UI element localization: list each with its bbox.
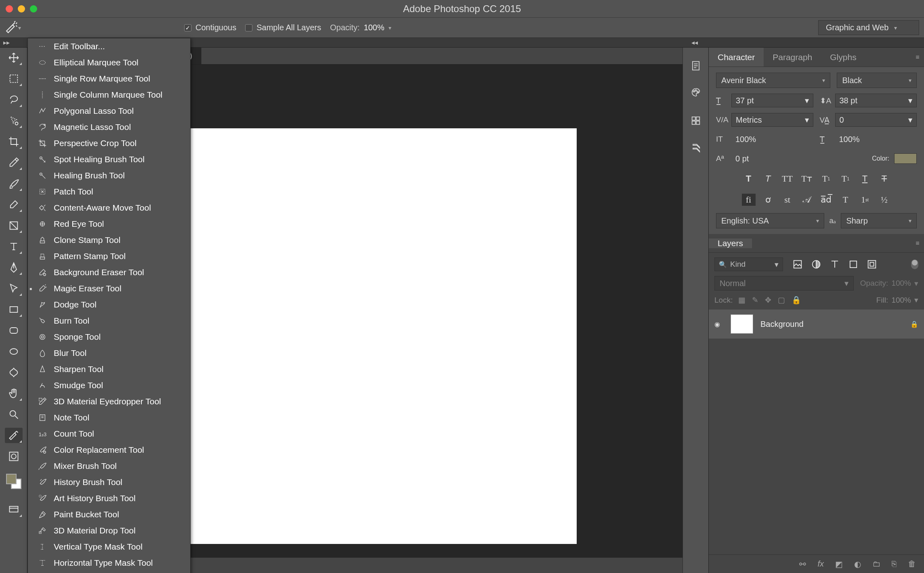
eyedropper-tool[interactable]	[5, 155, 23, 170]
strikethrough-button[interactable]: T	[878, 173, 891, 185]
path-selection-tool[interactable]	[5, 281, 23, 296]
flyout-item[interactable]: Note Tool	[28, 410, 190, 426]
eraser-tool[interactable]	[5, 197, 23, 212]
tab-glyphs[interactable]: Glyphs	[821, 48, 865, 67]
ellipse-tool[interactable]	[5, 344, 23, 359]
vertical-scale-field[interactable]: IT100%	[716, 132, 813, 146]
kerning-field[interactable]: V/AMetrics▾	[716, 113, 813, 127]
quick-mask-tool[interactable]	[5, 449, 23, 464]
marquee-tool[interactable]	[5, 71, 23, 86]
text-color-swatch[interactable]	[894, 153, 917, 164]
blend-mode-select[interactable]: Normal▾	[714, 276, 854, 291]
ordinals-button[interactable]: 1st	[858, 194, 872, 206]
flyout-item[interactable]: Perspective Crop Tool	[28, 135, 190, 151]
link-layers-icon[interactable]: ⚯	[799, 559, 806, 569]
type-tool[interactable]	[5, 239, 23, 254]
flyout-item[interactable]: Smudge Tool	[28, 377, 190, 393]
layer-group-icon[interactable]: 🗀	[872, 559, 880, 569]
flyout-item[interactable]: 3D Material Eyedropper Tool	[28, 393, 190, 410]
layer-locked-icon[interactable]: 🔒	[910, 320, 918, 328]
language-select[interactable]: English: USA▾	[716, 213, 824, 228]
titling-alt-button[interactable]: T	[839, 194, 853, 206]
history-panel-icon[interactable]	[689, 59, 703, 73]
antialiasing-select[interactable]: Sharp▾	[841, 213, 917, 228]
fractions-button[interactable]: ½	[878, 194, 891, 206]
document-canvas[interactable]	[181, 128, 577, 544]
filter-type-icon[interactable]	[829, 259, 840, 270]
flyout-item[interactable]: Magnetic Lasso Tool	[28, 119, 190, 135]
horizontal-scale-field[interactable]: T̲100%	[820, 132, 917, 146]
tab-character[interactable]: Character	[709, 48, 764, 67]
layer-item[interactable]: ◉ Background 🔒	[709, 310, 924, 339]
screen-mode-tool[interactable]	[5, 502, 23, 517]
stylistic-alt-button[interactable]: a̅d̅	[819, 194, 833, 206]
layers-panel-menu-icon[interactable]: ≡	[911, 240, 924, 247]
new-layer-icon[interactable]: ⎘	[892, 559, 897, 569]
flyout-item[interactable]: Polygon Tool	[28, 571, 190, 573]
underline-button[interactable]: T	[858, 173, 872, 185]
flyout-item[interactable]: History Brush Tool	[28, 474, 190, 490]
layer-thumbnail[interactable]	[731, 314, 753, 334]
hand-tool[interactable]	[5, 386, 23, 401]
minimize-window[interactable]	[18, 5, 25, 13]
edit-toolbar-tool[interactable]	[5, 428, 23, 443]
flyout-item[interactable]: Single Column Marquee Tool	[28, 87, 190, 103]
layer-visibility-icon[interactable]: ◉	[714, 320, 723, 328]
workspace-switcher[interactable]: Graphic and Web ▾	[818, 20, 919, 35]
flyout-item[interactable]: Horizontal Type Mask Tool	[28, 555, 190, 571]
layer-fill-field[interactable]: 100%	[891, 296, 911, 305]
opacity-value[interactable]: 100%	[364, 23, 384, 32]
flyout-item[interactable]: Content-Aware Move Tool	[28, 200, 190, 216]
small-caps-button[interactable]: Tᴛ	[800, 173, 814, 185]
active-tool-icon[interactable]: ▾	[5, 21, 21, 35]
superscript-button[interactable]: T1	[819, 173, 833, 185]
gradient-tool[interactable]	[5, 218, 23, 233]
brush-tool[interactable]	[5, 176, 23, 191]
contextual-alt-button[interactable]: ơ	[761, 194, 775, 206]
panel-menu-icon[interactable]: ≡	[911, 48, 924, 67]
flyout-item[interactable]: Dodge Tool	[28, 297, 190, 313]
filter-shape-icon[interactable]	[848, 259, 859, 270]
close-window[interactable]	[6, 5, 13, 13]
layer-filter-kind-select[interactable]: 🔍Kind▾	[714, 257, 783, 271]
filter-adjustment-icon[interactable]	[811, 259, 822, 270]
flyout-item[interactable]: 3D Material Drop Tool	[28, 523, 190, 539]
flyout-item[interactable]: Color Replacement Tool	[28, 442, 190, 458]
flyout-item[interactable]: Burn Tool	[28, 313, 190, 329]
zoom-tool[interactable]	[5, 407, 23, 422]
filter-smartobject-icon[interactable]	[866, 259, 878, 270]
lock-transparency-icon[interactable]: ▦	[738, 295, 746, 305]
flyout-item[interactable]: ■Magic Eraser Tool	[28, 280, 190, 297]
tracking-field[interactable]: VA̲0▾	[820, 113, 917, 127]
opacity-dropdown-icon[interactable]: ▾	[388, 25, 391, 31]
flyout-item[interactable]: Background Eraser Tool	[28, 264, 190, 280]
libraries-panel-icon[interactable]	[689, 114, 703, 128]
flyout-item[interactable]: Sponge Tool	[28, 329, 190, 345]
flyout-item[interactable]: Red Eye Tool	[28, 216, 190, 232]
custom-shape-tool[interactable]	[5, 365, 23, 380]
discretionary-lig-button[interactable]: st	[781, 194, 794, 206]
flyout-item[interactable]: Elliptical Marquee Tool	[28, 54, 190, 71]
lock-position-icon[interactable]: ✥	[765, 295, 771, 305]
subscript-button[interactable]: T1	[839, 173, 853, 185]
flyout-item[interactable]: Single Row Marquee Tool	[28, 71, 190, 87]
flyout-item[interactable]: Art History Brush Tool	[28, 490, 190, 506]
quick-selection-tool[interactable]	[5, 113, 23, 128]
expand-right-icon[interactable]: ◂◂	[691, 39, 698, 46]
expand-left-icon[interactable]: ▸▸	[3, 39, 10, 46]
rectangle-tool[interactable]	[5, 302, 23, 317]
flyout-item[interactable]: Mixer Brush Tool	[28, 458, 190, 474]
rounded-rectangle-tool[interactable]	[5, 323, 23, 338]
font-size-field[interactable]: T̲37 pt▾	[716, 94, 813, 107]
flyout-item[interactable]: Paint Bucket Tool	[28, 506, 190, 523]
flyout-item[interactable]: Clone Stamp Tool	[28, 232, 190, 248]
filter-pixel-icon[interactable]	[792, 259, 803, 270]
swash-button[interactable]: 𝒜	[800, 194, 814, 206]
tab-paragraph[interactable]: Paragraph	[764, 48, 821, 67]
all-caps-button[interactable]: TT	[781, 173, 794, 185]
swatches-panel-icon[interactable]	[689, 86, 703, 100]
foreground-color[interactable]	[6, 474, 17, 484]
flyout-item[interactable]: Polygonal Lasso Tool	[28, 103, 190, 119]
flyout-item[interactable]: Spot Healing Brush Tool	[28, 151, 190, 167]
flyout-item[interactable]: 1₂3Count Tool	[28, 426, 190, 442]
